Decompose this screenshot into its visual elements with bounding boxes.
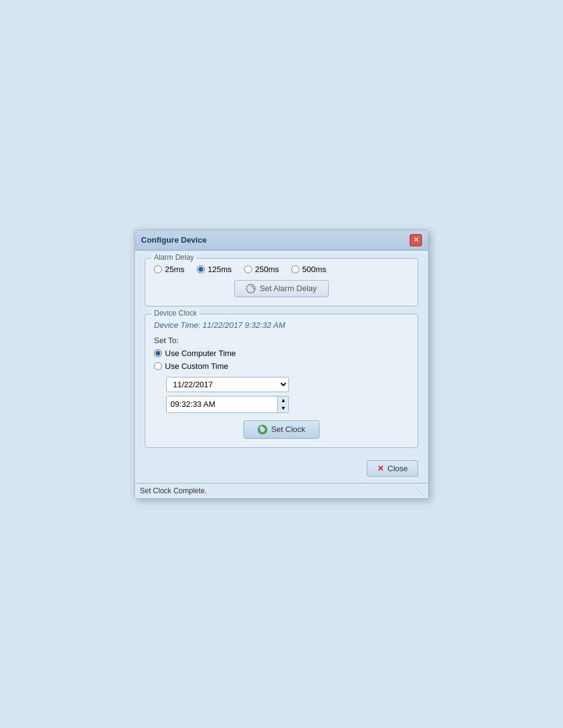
set-clock-icon bbox=[258, 425, 267, 434]
close-label: Close bbox=[388, 464, 408, 473]
device-clock-group: Device Clock Device Time: 11/22/2017 9:3… bbox=[145, 314, 418, 448]
use-custom-time-option[interactable]: Use Custom Time bbox=[154, 362, 409, 371]
alarm-delay-25ms[interactable]: 25ms bbox=[154, 265, 185, 274]
status-bar: Set Clock Complete. ⋱ bbox=[135, 483, 428, 498]
configure-device-dialog: Configure Device ✕ Alarm Delay 25ms 125m… bbox=[134, 230, 429, 499]
clock-source-options: Use Computer Time Use Custom Time bbox=[154, 349, 409, 371]
time-spinners: ▲ ▼ bbox=[277, 396, 289, 412]
alarm-delay-125ms[interactable]: 125ms bbox=[197, 265, 232, 274]
time-input-container: ▲ ▼ bbox=[166, 396, 289, 413]
set-alarm-delay-button[interactable]: Set Alarm Delay bbox=[234, 280, 328, 297]
status-grip-icon: ⋱ bbox=[415, 486, 423, 496]
close-button[interactable]: ✕ Close bbox=[367, 460, 418, 477]
dialog-body: Alarm Delay 25ms 125ms 250ms 500ms bbox=[135, 251, 428, 455]
alarm-delay-options-row: 25ms 125ms 250ms 500ms bbox=[154, 265, 409, 274]
alarm-delay-250ms-label: 250ms bbox=[255, 265, 279, 274]
alarm-delay-250ms[interactable]: 250ms bbox=[244, 265, 279, 274]
set-clock-label: Set Clock bbox=[271, 425, 305, 434]
dialog-footer: ✕ Close bbox=[135, 455, 428, 483]
dialog-title: Configure Device bbox=[141, 235, 207, 245]
use-computer-time-label: Use Computer Time bbox=[165, 349, 236, 358]
time-increment-button[interactable]: ▲ bbox=[278, 396, 289, 404]
alarm-delay-500ms[interactable]: 500ms bbox=[291, 265, 326, 274]
set-alarm-delay-label: Set Alarm Delay bbox=[259, 284, 316, 293]
alarm-delay-group: Alarm Delay 25ms 125ms 250ms 500ms bbox=[145, 258, 418, 306]
date-input-row: 11/22/2017 bbox=[166, 377, 409, 392]
time-input[interactable] bbox=[167, 396, 277, 412]
alarm-delay-500ms-label: 500ms bbox=[302, 265, 326, 274]
set-alarm-delay-icon bbox=[246, 284, 256, 294]
device-time-display: Device Time: 11/22/2017 9:32:32 AM bbox=[154, 320, 409, 330]
title-bar: Configure Device ✕ bbox=[135, 230, 428, 251]
title-bar-close-button[interactable]: ✕ bbox=[410, 234, 422, 246]
alarm-delay-25ms-label: 25ms bbox=[165, 265, 185, 274]
time-decrement-button[interactable]: ▼ bbox=[278, 404, 289, 412]
use-custom-time-label: Use Custom Time bbox=[165, 362, 228, 371]
alarm-delay-125ms-label: 125ms bbox=[208, 265, 232, 274]
set-to-label: Set To: bbox=[154, 336, 409, 345]
date-select[interactable]: 11/22/2017 bbox=[166, 377, 289, 392]
time-input-row: ▲ ▼ bbox=[166, 396, 409, 413]
set-clock-button[interactable]: Set Clock bbox=[243, 420, 320, 439]
title-close-icon: ✕ bbox=[413, 236, 419, 244]
alarm-delay-label: Alarm Delay bbox=[151, 253, 196, 262]
close-x-icon: ✕ bbox=[377, 464, 384, 473]
use-computer-time-option[interactable]: Use Computer Time bbox=[154, 349, 409, 358]
status-message: Set Clock Complete. bbox=[140, 487, 207, 495]
device-clock-label: Device Clock bbox=[151, 309, 199, 317]
